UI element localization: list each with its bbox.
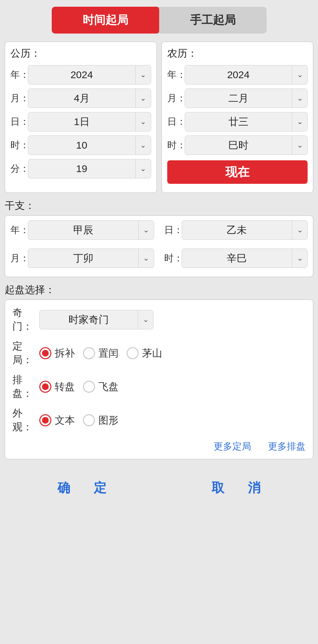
waiguan-text-0: 文本: [55, 414, 75, 427]
dingju-text-1: 置闰: [98, 346, 119, 360]
ganzhi-year-value: 甲辰: [28, 223, 138, 237]
lunar-day-label: 日：: [167, 115, 185, 128]
dingju-option-0[interactable]: 拆补: [39, 346, 75, 360]
lunar-day-arrow: ⌄: [292, 112, 307, 131]
lunar-month-label: 月：: [167, 92, 185, 105]
lunar-day-value: 廿三: [185, 115, 292, 129]
lunar-month-value: 二月: [185, 92, 292, 105]
solar-day-row: 日： 1日 ⌄: [10, 112, 151, 131]
waiguan-row: 外观： 文本 图形: [12, 407, 306, 434]
paipan-text-0: 转盘: [55, 380, 75, 394]
dingju-text-0: 拆补: [55, 346, 75, 360]
paipan-radio-group: 转盘 飞盘: [39, 380, 119, 394]
waiguan-radio-inner-0: [42, 417, 49, 424]
bottom-btn-row: 确 定 取 消: [5, 469, 313, 510]
ganzhi-shichen-label: 时：: [164, 252, 182, 265]
ganzhi-grid: 年： 甲辰 ⌄ 日： 乙未 ⌄ 月： 丁卯 ⌄ 时： 辛巳 ⌄: [10, 220, 308, 272]
lunar-label: 农历：: [167, 47, 308, 60]
solar-min-label: 分：: [10, 162, 28, 175]
lunar-year-value: 2024: [185, 69, 292, 80]
dingju-text-2: 茅山: [142, 346, 162, 360]
solar-month-arrow: ⌄: [135, 89, 151, 108]
dingju-row: 定局： 拆补 置闰 茅山: [12, 339, 306, 367]
ganzhi-shichen-row: 时： 辛巳 ⌄: [164, 249, 308, 268]
solar-month-select[interactable]: 4月 ⌄: [28, 89, 151, 108]
solar-hour-select[interactable]: 10 ⌄: [28, 136, 151, 155]
solar-year-arrow: ⌄: [135, 65, 151, 84]
confirm-btn-2[interactable]: 定: [84, 476, 117, 500]
qimen-type-select[interactable]: 时家奇门 ⌄: [39, 310, 153, 329]
tab-container: 时间起局 手工起局: [52, 7, 267, 34]
dingju-option-1[interactable]: 置闰: [83, 346, 119, 360]
lunar-year-arrow: ⌄: [292, 65, 307, 84]
dingju-label: 定局：: [12, 339, 39, 367]
solar-day-value: 1日: [28, 115, 135, 129]
lunar-panel: 农历： 年： 2024 ⌄ 月： 二月 ⌄ 日： 廿三 ⌄ 时：: [162, 42, 314, 193]
solar-month-row: 月： 4月 ⌄: [10, 89, 151, 108]
paipan-text-1: 飞盘: [98, 380, 119, 394]
waiguan-radio-0: [39, 414, 51, 426]
waiguan-option-0[interactable]: 文本: [39, 414, 75, 427]
confirm-btn-1[interactable]: 确: [47, 476, 80, 500]
solar-day-select[interactable]: 1日 ⌄: [28, 112, 151, 131]
ganzhi-day-value: 乙未: [182, 223, 292, 237]
qimen-panel: 奇门： 时家奇门 ⌄ 定局： 拆补 置闰 茅山 排盘：: [5, 300, 313, 459]
more-dingju-link[interactable]: 更多定局: [214, 440, 251, 453]
ganzhi-year-label: 年：: [10, 224, 28, 236]
paipan-label: 排盘：: [12, 373, 39, 400]
waiguan-text-1: 图形: [98, 414, 119, 427]
qimen-section-label: 起盘选择：: [5, 283, 313, 297]
tab-manual[interactable]: 手工起局: [159, 7, 267, 34]
solar-min-select[interactable]: 19 ⌄: [28, 159, 151, 178]
more-paipan-link[interactable]: 更多排盘: [268, 440, 306, 453]
ganzhi-year-select[interactable]: 甲辰 ⌄: [28, 220, 154, 240]
date-panels: 公历： 年： 2024 ⌄ 月： 4月 ⌄ 日： 1日 ⌄ 时：: [5, 42, 313, 193]
lunar-month-select[interactable]: 二月 ⌄: [185, 89, 308, 108]
now-button[interactable]: 现在: [167, 160, 308, 184]
lunar-hour-row: 时： 巳时 ⌄: [167, 136, 308, 155]
lunar-year-row: 年： 2024 ⌄: [167, 65, 308, 85]
ganzhi-shichen-value: 辛巳: [182, 252, 292, 265]
solar-min-arrow: ⌄: [135, 159, 151, 178]
qimen-type-row: 奇门： 时家奇门 ⌄: [12, 306, 306, 333]
dingju-radio-2: [127, 347, 139, 359]
paipan-radio-1: [83, 381, 95, 393]
lunar-month-arrow: ⌄: [292, 89, 307, 108]
lunar-hour-select[interactable]: 巳时 ⌄: [185, 136, 308, 155]
paipan-option-1[interactable]: 飞盘: [83, 380, 119, 394]
ganzhi-month-label: 月：: [10, 252, 28, 265]
solar-year-select[interactable]: 2024 ⌄: [28, 65, 151, 85]
paipan-option-0[interactable]: 转盘: [39, 380, 75, 394]
ganzhi-year-arrow: ⌄: [138, 221, 154, 239]
ganzhi-month-row: 月： 丁卯 ⌄: [10, 249, 154, 268]
lunar-hour-arrow: ⌄: [292, 136, 307, 155]
solar-month-label: 月：: [10, 92, 28, 105]
solar-year-label: 年：: [10, 68, 28, 81]
lunar-day-select[interactable]: 廿三 ⌄: [185, 112, 308, 131]
solar-hour-arrow: ⌄: [135, 136, 151, 155]
ganzhi-shichen-arrow: ⌄: [292, 249, 307, 268]
more-links-row: 更多定局 更多排盘: [12, 440, 306, 453]
ganzhi-year-row: 年： 甲辰 ⌄: [10, 220, 154, 240]
solar-hour-value: 10: [28, 140, 135, 151]
cancel-btn-1[interactable]: 取: [201, 476, 234, 500]
ganzhi-day-select[interactable]: 乙未 ⌄: [182, 220, 308, 240]
waiguan-label: 外观：: [12, 407, 39, 434]
ganzhi-shichen-select[interactable]: 辛巳 ⌄: [182, 249, 308, 268]
ganzhi-month-select[interactable]: 丁卯 ⌄: [28, 249, 154, 268]
confirm-btn-group: 确 定: [47, 476, 117, 500]
tab-time[interactable]: 时间起局: [52, 7, 159, 34]
solar-day-arrow: ⌄: [135, 112, 151, 131]
waiguan-option-1[interactable]: 图形: [83, 414, 119, 427]
cancel-btn-group: 取 消: [201, 476, 271, 500]
dingju-option-2[interactable]: 茅山: [127, 346, 162, 360]
qimen-type-value: 时家奇门: [40, 313, 138, 327]
cancel-btn-2[interactable]: 消: [238, 476, 271, 500]
waiguan-radio-group: 文本 图形: [39, 414, 119, 427]
solar-day-label: 日：: [10, 115, 28, 128]
lunar-year-select[interactable]: 2024 ⌄: [185, 65, 308, 85]
solar-hour-label: 时：: [10, 139, 28, 152]
paipan-radio-0: [39, 381, 51, 393]
solar-hour-row: 时： 10 ⌄: [10, 136, 151, 155]
waiguan-radio-1: [83, 414, 95, 426]
